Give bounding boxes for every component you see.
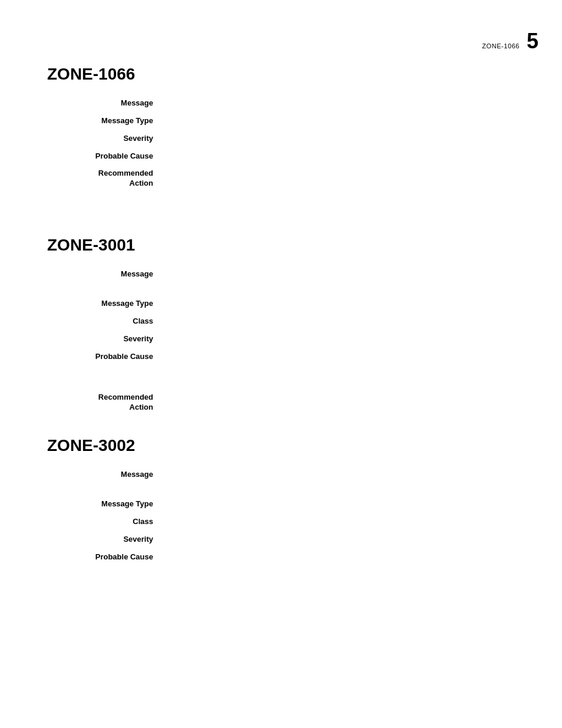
field-row-message-1066: Message [47,98,527,110]
field-value-message-type-1066 [165,116,527,127]
field-label-message-type-1066: Message Type [47,116,165,127]
field-row-probable-cause-3002: Probable Cause [47,552,527,564]
field-value-severity-3002 [165,534,527,546]
field-row-probable-cause-3001: Probable Cause [47,351,527,363]
field-value-probable-cause-3002 [165,552,527,564]
field-label-message-3001: Message [47,269,165,281]
header-zone-label: ZONE-1066 [482,42,520,50]
field-row-message-3002: Message [47,469,527,481]
field-label-message-3002: Message [47,469,165,481]
field-row-recommended-action-3001: RecommendedAction [47,393,527,413]
section-title-zone-3002: ZONE-3002 [47,436,527,455]
field-row-severity-3001: Severity [47,334,527,345]
spacer-4 [47,487,527,499]
field-label-probable-cause-3002: Probable Cause [47,552,165,564]
spacer-2 [47,369,527,381]
field-row-message-type-3002: Message Type [47,499,527,510]
field-label-message-type-3002: Message Type [47,499,165,510]
field-value-message-1066 [165,98,527,110]
field-label-severity-3002: Severity [47,534,165,546]
field-value-message-3002 [165,469,527,481]
field-value-class-3002 [165,516,527,528]
field-row-severity-1066: Severity [47,133,527,145]
page-header: ZONE-1066 5 [482,31,538,52]
field-row-message-3001: Message [47,269,527,281]
field-value-recommended-action-3001 [165,393,527,413]
field-value-message-3001 [165,269,527,281]
field-row-recommended-action-1066: RecommendedAction [47,169,527,189]
section-title-zone-3001: ZONE-3001 [47,236,527,255]
field-row-class-3002: Class [47,516,527,528]
field-label-severity-3001: Severity [47,334,165,345]
field-row-probable-cause-1066: Probable Cause [47,151,527,163]
field-label-probable-cause-1066: Probable Cause [47,151,165,163]
field-label-message-type-3001: Message Type [47,298,165,310]
section-zone-1066: ZONE-1066 Message Message Type Severity … [47,65,527,189]
section-title-zone-1066: ZONE-1066 [47,65,527,84]
divider-1 [47,212,527,236]
field-label-recommended-action-3001: RecommendedAction [47,393,165,413]
field-label-message-1066: Message [47,98,165,110]
field-value-severity-3001 [165,334,527,345]
field-row-message-type-1066: Message Type [47,116,527,127]
field-value-probable-cause-3001 [165,351,527,363]
field-row-severity-3002: Severity [47,534,527,546]
field-row-message-type-3001: Message Type [47,298,527,310]
spacer-1 [47,286,527,298]
field-value-message-type-3001 [165,298,527,310]
field-label-recommended-action-1066: RecommendedAction [47,169,165,189]
field-row-class-3001: Class [47,316,527,328]
field-value-probable-cause-1066 [165,151,527,163]
field-value-recommended-action-1066 [165,169,527,189]
field-label-severity-1066: Severity [47,133,165,145]
field-value-severity-1066 [165,133,527,145]
field-label-probable-cause-3001: Probable Cause [47,351,165,363]
spacer-3 [47,381,527,393]
section-zone-3002: ZONE-3002 Message Message Type Class Sev… [47,436,527,564]
field-label-class-3002: Class [47,516,165,528]
field-label-class-3001: Class [47,316,165,328]
field-value-class-3001 [165,316,527,328]
main-content: ZONE-1066 Message Message Type Severity … [0,0,562,564]
section-zone-3001: ZONE-3001 Message Message Type Class Sev… [47,236,527,413]
field-value-message-type-3002 [165,499,527,510]
header-page-number: 5 [527,31,538,52]
